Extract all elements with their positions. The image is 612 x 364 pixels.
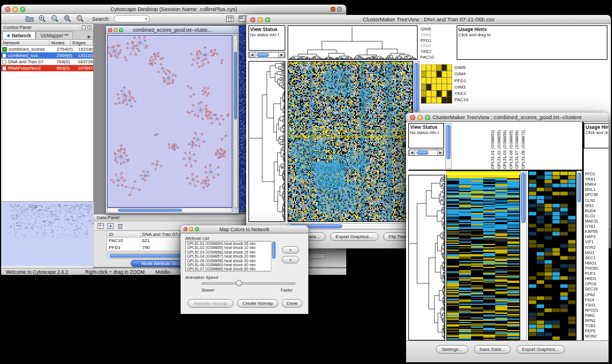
gene-label[interactable]: PAN1 bbox=[585, 313, 609, 319]
gene-label[interactable]: VIP1 bbox=[585, 240, 609, 245]
attribute-list-item[interactable]: GPL51-06 (GSM860) heat shock 40 min bbox=[186, 263, 276, 267]
minimize-button[interactable] bbox=[13, 7, 18, 12]
scroll-right-icon[interactable]: ▶ bbox=[437, 150, 443, 155]
gene-label[interactable]: MSL1 bbox=[585, 187, 609, 193]
gene-label[interactable]: HMG1 bbox=[585, 261, 609, 266]
gene-label[interactable]: PAC10 bbox=[454, 97, 480, 103]
gene-label[interactable]: YRA1 bbox=[585, 177, 609, 182]
attribute-select-icon[interactable] bbox=[97, 223, 104, 229]
data-table-icon[interactable] bbox=[225, 14, 234, 23]
create-vizmap-button[interactable]: Create Vizmap bbox=[237, 299, 278, 308]
row-dendrogram-canvas[interactable] bbox=[249, 62, 285, 221]
network-vertical-scrollbar[interactable] bbox=[233, 35, 238, 208]
close-button[interactable] bbox=[250, 17, 255, 22]
speed-slider-track[interactable] bbox=[201, 282, 296, 285]
attribute-list-item[interactable]: GPL51-07 (GSM868) heat shock 60 min bbox=[186, 267, 276, 271]
gene-label[interactable]: KAP95 bbox=[585, 229, 609, 235]
gene-label[interactable]: GIM4 bbox=[454, 71, 480, 77]
search-caret-icon[interactable]: ▾ bbox=[146, 17, 148, 21]
gene-label[interactable]: YKE2 bbox=[454, 90, 480, 97]
delete-attribute-icon[interactable] bbox=[117, 223, 124, 229]
gene-label[interactable]: NIS1 bbox=[585, 204, 609, 209]
gene-label[interactable]: ELG1 bbox=[585, 214, 609, 219]
zoom-selected-icon[interactable] bbox=[76, 14, 85, 23]
scrollbar-thumb[interactable] bbox=[446, 125, 450, 159]
status-scroller[interactable]: ◀ ▶ bbox=[248, 52, 285, 58]
gene-label[interactable]: PEP5 bbox=[585, 329, 609, 334]
scrollbar-thumb[interactable] bbox=[414, 63, 419, 112]
gene-label[interactable]: GTB1 bbox=[585, 224, 609, 229]
network-list-row[interactable]: combined_sco 2569(6) 13112(15) bbox=[1, 52, 93, 59]
open-session-icon[interactable] bbox=[25, 14, 34, 23]
scroll-left-icon[interactable]: ◀ bbox=[409, 150, 415, 155]
scroll-left-icon[interactable]: ◀ bbox=[249, 52, 255, 58]
column-label[interactable]: GPL51-03 (GSM856) bbox=[502, 123, 508, 169]
gene-label[interactable]: SEC1 bbox=[585, 256, 609, 261]
heatmap-canvas[interactable] bbox=[288, 62, 412, 221]
minimize-button[interactable] bbox=[258, 17, 263, 22]
gene-label[interactable]: PFD1 bbox=[585, 172, 609, 177]
minimize-icon[interactable] bbox=[114, 28, 118, 32]
gene-label[interactable]: MON2 bbox=[585, 334, 609, 339]
minimize-button[interactable] bbox=[189, 227, 193, 231]
gene-label[interactable]: RPO21 bbox=[585, 308, 609, 313]
column-label[interactable]: GPL51-01 (GSM854) bbox=[490, 123, 496, 169]
scroll-right-icon[interactable]: ▶ bbox=[278, 52, 285, 58]
tab-vizmapper[interactable]: VizMapper™ bbox=[36, 31, 73, 39]
network-view-titlebar[interactable]: combined_scores_good.txt--cluste... bbox=[106, 26, 239, 34]
cytoscape-titlebar[interactable]: Cytoscape Desktop (Session Name: collins… bbox=[1, 5, 346, 14]
action-button[interactable]: Settings... bbox=[436, 345, 468, 354]
zoom-icon[interactable] bbox=[119, 28, 123, 32]
zoom-button[interactable] bbox=[265, 17, 270, 22]
float-panel-icon[interactable] bbox=[82, 25, 86, 29]
scrollbar-thumb[interactable] bbox=[272, 242, 276, 259]
gene-label[interactable]: CLN1 bbox=[585, 198, 609, 204]
action-button[interactable]: Save Data... bbox=[474, 345, 511, 354]
top-dendrogram-canvas[interactable] bbox=[288, 26, 417, 59]
column-label[interactable]: GPL51-06 (GSM865) bbox=[508, 123, 515, 169]
action-button[interactable]: Export Graphics... bbox=[517, 345, 565, 354]
gene-label[interactable]: GIM4 bbox=[420, 32, 446, 38]
row-dendrogram-canvas[interactable] bbox=[409, 175, 445, 340]
label-pane-scrollbar[interactable] bbox=[445, 123, 452, 169]
gene-label[interactable]: FIG4 bbox=[585, 298, 609, 303]
tab-overflow-icon[interactable]: ▶ bbox=[88, 35, 93, 39]
close-button[interactable] bbox=[410, 115, 415, 120]
gene-label[interactable]: RNR4 bbox=[585, 182, 609, 187]
zoom-button[interactable] bbox=[425, 115, 430, 120]
create-attribute-icon[interactable] bbox=[107, 223, 114, 229]
attribute-list-item[interactable]: GPL51-04 (GSM857) heat shock 20 min bbox=[186, 254, 276, 258]
network-horizontal-scrollbar[interactable] bbox=[107, 208, 232, 213]
treeview-combined-titlebar[interactable]: ClusterMaker TreeView : combined_scores_… bbox=[406, 113, 609, 122]
attribute-list-scrollbar[interactable] bbox=[271, 241, 276, 271]
treeview-dna-titlebar[interactable]: ClusterMaker TreeView : DNA and Tran 07-… bbox=[246, 15, 611, 24]
gene-label[interactable]: HAP3 bbox=[585, 235, 609, 240]
attribute-list-item[interactable]: GPL51-02 (GSM855) heat shock 10 min bbox=[186, 246, 276, 250]
zoom-button[interactable] bbox=[195, 227, 199, 231]
close-panel-icon[interactable]: × bbox=[87, 25, 91, 29]
gene-label[interactable]: CPA2 bbox=[585, 293, 609, 298]
network-graph-canvas[interactable] bbox=[107, 35, 232, 208]
scroll-thumb[interactable] bbox=[416, 151, 429, 155]
attribute-list-item[interactable]: GPL51-01 (GSM854) heat shock 05 min bbox=[186, 242, 276, 246]
dialog-titlebar[interactable]: Map Colors to Network bbox=[181, 225, 308, 233]
action-button[interactable]: Export Graphics... bbox=[330, 232, 378, 241]
speed-slider-thumb[interactable] bbox=[236, 280, 242, 286]
network-list-row[interactable]: combined_scores 2764(0) 16218(0) bbox=[1, 46, 93, 52]
gene-label[interactable]: SPC98 bbox=[585, 193, 609, 198]
gene-label[interactable]: SEC24 bbox=[585, 287, 609, 292]
gene-label[interactable]: PAC10 bbox=[420, 55, 446, 60]
gene-label[interactable]: GIM5 bbox=[454, 64, 480, 71]
column-label[interactable]: GPL51-02 (GSM855) bbox=[496, 123, 503, 169]
move-down-button[interactable]: ∨ bbox=[282, 256, 299, 263]
search-input[interactable]: ▾ bbox=[114, 15, 150, 22]
scroll-thumb[interactable] bbox=[257, 53, 269, 57]
attribute-list-item[interactable]: GPL51-05 (GSM858) heat shock 30 min bbox=[186, 259, 276, 263]
gene-label[interactable]: NTR2 bbox=[585, 246, 609, 251]
overview-panel-icon[interactable] bbox=[238, 14, 247, 23]
gene-label[interactable]: BUD4 bbox=[585, 209, 609, 214]
gene-label[interactable]: MSI1 bbox=[585, 251, 609, 256]
gene-label[interactable]: RPN1 bbox=[585, 319, 609, 324]
minimize-button[interactable] bbox=[418, 115, 423, 120]
close-button[interactable] bbox=[183, 227, 188, 231]
